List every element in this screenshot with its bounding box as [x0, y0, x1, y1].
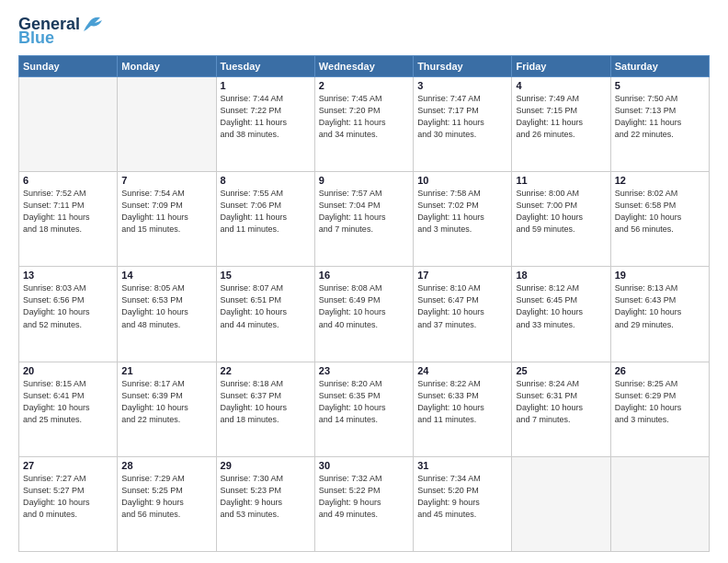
day-number: 10: [417, 175, 507, 186]
calendar-cell: [19, 77, 118, 172]
calendar-cell: 17Sunrise: 8:10 AMSunset: 6:47 PMDayligh…: [414, 267, 512, 362]
calendar-cell: 30Sunrise: 7:32 AMSunset: 5:22 PMDayligh…: [314, 456, 413, 551]
day-info: Sunrise: 8:10 AMSunset: 6:47 PMDaylight:…: [417, 282, 507, 330]
logo-bird-icon: [82, 15, 102, 31]
day-number: 5: [615, 80, 705, 91]
day-info: Sunrise: 7:57 AMSunset: 7:04 PMDaylight:…: [319, 188, 409, 236]
day-number: 26: [615, 365, 705, 376]
day-number: 20: [23, 365, 113, 376]
calendar-cell: 24Sunrise: 8:22 AMSunset: 6:33 PMDayligh…: [414, 362, 512, 456]
day-number: 16: [319, 270, 409, 281]
day-info: Sunrise: 7:47 AMSunset: 7:17 PMDaylight:…: [417, 93, 507, 141]
weekday-header-wednesday: Wednesday: [314, 56, 413, 77]
day-number: 4: [516, 80, 606, 91]
day-info: Sunrise: 8:07 AMSunset: 6:51 PMDaylight:…: [221, 282, 311, 330]
weekday-header-tuesday: Tuesday: [216, 56, 314, 77]
logo-blue-text: Blue: [18, 29, 54, 48]
day-number: 24: [417, 365, 507, 376]
day-info: Sunrise: 7:29 AMSunset: 5:25 PMDaylight:…: [121, 473, 211, 521]
day-info: Sunrise: 7:50 AMSunset: 7:13 PMDaylight:…: [615, 93, 705, 141]
day-number: 21: [121, 365, 211, 376]
weekday-header-thursday: Thursday: [414, 56, 512, 77]
day-number: 13: [23, 270, 113, 281]
day-info: Sunrise: 8:13 AMSunset: 6:43 PMDaylight:…: [615, 282, 705, 330]
day-info: Sunrise: 7:44 AMSunset: 7:22 PMDaylight:…: [221, 93, 311, 141]
calendar-cell: 10Sunrise: 7:58 AMSunset: 7:02 PMDayligh…: [414, 172, 512, 267]
day-number: 22: [221, 365, 311, 376]
calendar-table: SundayMondayTuesdayWednesdayThursdayFrid…: [18, 55, 710, 552]
day-info: Sunrise: 8:05 AMSunset: 6:53 PMDaylight:…: [121, 282, 211, 330]
week-row-2: 6Sunrise: 7:52 AMSunset: 7:11 PMDaylight…: [19, 172, 710, 267]
calendar-cell: 25Sunrise: 8:24 AMSunset: 6:31 PMDayligh…: [512, 362, 610, 456]
day-info: Sunrise: 8:24 AMSunset: 6:31 PMDaylight:…: [516, 378, 606, 426]
day-number: 1: [221, 80, 311, 91]
calendar-cell: 6Sunrise: 7:52 AMSunset: 7:11 PMDaylight…: [19, 172, 118, 267]
day-number: 18: [516, 270, 606, 281]
day-info: Sunrise: 8:08 AMSunset: 6:49 PMDaylight:…: [319, 282, 409, 330]
calendar-cell: 14Sunrise: 8:05 AMSunset: 6:53 PMDayligh…: [118, 267, 216, 362]
week-row-3: 13Sunrise: 8:03 AMSunset: 6:56 PMDayligh…: [19, 267, 710, 362]
calendar-cell: 23Sunrise: 8:20 AMSunset: 6:35 PMDayligh…: [314, 362, 413, 456]
day-info: Sunrise: 7:49 AMSunset: 7:15 PMDaylight:…: [516, 93, 606, 141]
weekday-header-saturday: Saturday: [610, 56, 709, 77]
day-number: 15: [221, 270, 311, 281]
day-info: Sunrise: 7:52 AMSunset: 7:11 PMDaylight:…: [23, 188, 113, 236]
calendar-cell: 7Sunrise: 7:54 AMSunset: 7:09 PMDaylight…: [118, 172, 216, 267]
calendar-cell: 5Sunrise: 7:50 AMSunset: 7:13 PMDaylight…: [610, 77, 709, 172]
calendar-cell: 16Sunrise: 8:08 AMSunset: 6:49 PMDayligh…: [314, 267, 413, 362]
day-number: 8: [221, 175, 311, 186]
day-info: Sunrise: 8:02 AMSunset: 6:58 PMDaylight:…: [615, 188, 705, 236]
day-info: Sunrise: 7:45 AMSunset: 7:20 PMDaylight:…: [319, 93, 409, 141]
calendar-cell: 22Sunrise: 8:18 AMSunset: 6:37 PMDayligh…: [216, 362, 314, 456]
day-info: Sunrise: 8:17 AMSunset: 6:39 PMDaylight:…: [121, 378, 211, 426]
calendar-cell: 4Sunrise: 7:49 AMSunset: 7:15 PMDaylight…: [512, 77, 610, 172]
calendar-cell: 31Sunrise: 7:34 AMSunset: 5:20 PMDayligh…: [414, 456, 512, 551]
header: General Blue: [18, 15, 710, 48]
day-number: 30: [319, 460, 409, 471]
day-info: Sunrise: 7:58 AMSunset: 7:02 PMDaylight:…: [417, 188, 507, 236]
calendar-cell: 15Sunrise: 8:07 AMSunset: 6:51 PMDayligh…: [216, 267, 314, 362]
day-number: 31: [417, 460, 507, 471]
week-row-5: 27Sunrise: 7:27 AMSunset: 5:27 PMDayligh…: [19, 456, 710, 551]
calendar-cell: 29Sunrise: 7:30 AMSunset: 5:23 PMDayligh…: [216, 456, 314, 551]
calendar-cell: 8Sunrise: 7:55 AMSunset: 7:06 PMDaylight…: [216, 172, 314, 267]
day-info: Sunrise: 8:15 AMSunset: 6:41 PMDaylight:…: [23, 378, 113, 426]
week-row-1: 1Sunrise: 7:44 AMSunset: 7:22 PMDaylight…: [19, 77, 710, 172]
logo: General Blue: [18, 15, 102, 48]
day-number: 29: [221, 460, 311, 471]
weekday-header-row: SundayMondayTuesdayWednesdayThursdayFrid…: [19, 56, 710, 77]
day-info: Sunrise: 8:18 AMSunset: 6:37 PMDaylight:…: [221, 378, 311, 426]
calendar-cell: 28Sunrise: 7:29 AMSunset: 5:25 PMDayligh…: [118, 456, 216, 551]
day-number: 28: [121, 460, 211, 471]
day-info: Sunrise: 7:34 AMSunset: 5:20 PMDaylight:…: [417, 473, 507, 521]
day-info: Sunrise: 8:20 AMSunset: 6:35 PMDaylight:…: [319, 378, 409, 426]
weekday-header-monday: Monday: [118, 56, 216, 77]
calendar-cell: 27Sunrise: 7:27 AMSunset: 5:27 PMDayligh…: [19, 456, 118, 551]
calendar-cell: 18Sunrise: 8:12 AMSunset: 6:45 PMDayligh…: [512, 267, 610, 362]
calendar-cell: [118, 77, 216, 172]
day-number: 2: [319, 80, 409, 91]
day-number: 19: [615, 270, 705, 281]
weekday-header-sunday: Sunday: [19, 56, 118, 77]
day-info: Sunrise: 8:12 AMSunset: 6:45 PMDaylight:…: [516, 282, 606, 330]
day-number: 9: [319, 175, 409, 186]
calendar-cell: 9Sunrise: 7:57 AMSunset: 7:04 PMDaylight…: [314, 172, 413, 267]
calendar-cell: 21Sunrise: 8:17 AMSunset: 6:39 PMDayligh…: [118, 362, 216, 456]
calendar-cell: 19Sunrise: 8:13 AMSunset: 6:43 PMDayligh…: [610, 267, 709, 362]
day-number: 14: [121, 270, 211, 281]
day-number: 27: [23, 460, 113, 471]
page: General Blue SundayMondayTuesdayWednesda…: [0, 0, 728, 563]
day-info: Sunrise: 7:54 AMSunset: 7:09 PMDaylight:…: [121, 188, 211, 236]
calendar-cell: 3Sunrise: 7:47 AMSunset: 7:17 PMDaylight…: [414, 77, 512, 172]
calendar-cell: 20Sunrise: 8:15 AMSunset: 6:41 PMDayligh…: [19, 362, 118, 456]
day-info: Sunrise: 8:25 AMSunset: 6:29 PMDaylight:…: [615, 378, 705, 426]
day-info: Sunrise: 8:22 AMSunset: 6:33 PMDaylight:…: [417, 378, 507, 426]
calendar-cell: 12Sunrise: 8:02 AMSunset: 6:58 PMDayligh…: [610, 172, 709, 267]
day-info: Sunrise: 7:55 AMSunset: 7:06 PMDaylight:…: [221, 188, 311, 236]
day-info: Sunrise: 8:03 AMSunset: 6:56 PMDaylight:…: [23, 282, 113, 330]
calendar-cell: 26Sunrise: 8:25 AMSunset: 6:29 PMDayligh…: [610, 362, 709, 456]
weekday-header-friday: Friday: [512, 56, 610, 77]
calendar-cell: [610, 456, 709, 551]
day-number: 17: [417, 270, 507, 281]
day-number: 3: [417, 80, 507, 91]
